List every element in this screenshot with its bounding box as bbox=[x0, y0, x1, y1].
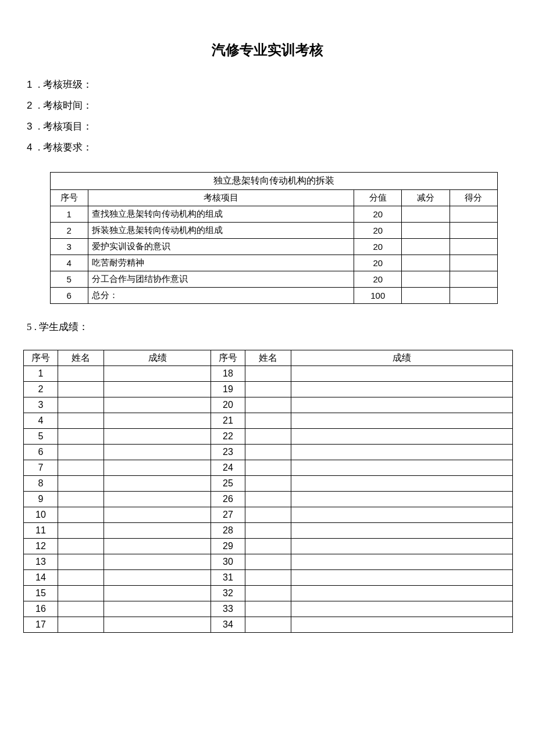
rubric-item: 查找独立悬架转向传动机构的组成 bbox=[88, 206, 354, 223]
meta-dot: . bbox=[35, 137, 43, 158]
grades-name bbox=[245, 492, 291, 507]
meta-label: 考核项目： bbox=[43, 121, 92, 132]
grades-grade bbox=[104, 429, 211, 445]
grades-seq: 27 bbox=[211, 507, 245, 523]
grades-name bbox=[58, 413, 104, 429]
grades-grade bbox=[104, 554, 211, 570]
grades-name bbox=[58, 539, 104, 554]
grades-grade bbox=[104, 476, 211, 492]
grades-name bbox=[245, 397, 291, 413]
grades-name bbox=[58, 397, 104, 413]
grades-name bbox=[58, 570, 104, 586]
grades-seq: 33 bbox=[211, 601, 245, 617]
table-row: 1128 bbox=[24, 523, 513, 539]
grades-grade bbox=[291, 570, 513, 586]
meta-list: 1.考核班级： 2.考核时间： 3.考核项目： 4.考核要求： bbox=[27, 74, 512, 158]
grades-seq: 30 bbox=[211, 554, 245, 570]
grades-grade bbox=[104, 617, 211, 633]
grades-seq: 31 bbox=[211, 570, 245, 586]
grades-seq: 12 bbox=[24, 539, 58, 554]
grades-grade bbox=[291, 617, 513, 633]
grades-seq: 18 bbox=[211, 366, 245, 382]
grades-name bbox=[245, 554, 291, 570]
grades-seq: 28 bbox=[211, 523, 245, 539]
grades-grade bbox=[104, 382, 211, 397]
table-row: 6 总分： 100 bbox=[51, 288, 498, 304]
grades-name bbox=[58, 429, 104, 445]
table-row: 623 bbox=[24, 445, 513, 460]
table-row: 2 拆装独立悬架转向传动机构的组成 20 bbox=[51, 223, 498, 239]
meta-item: 3.考核项目： bbox=[27, 116, 512, 137]
meta-item: 2.考核时间： bbox=[27, 95, 512, 116]
rubric-score: 20 bbox=[354, 271, 402, 288]
grades-grade bbox=[291, 397, 513, 413]
grades-name bbox=[245, 570, 291, 586]
rubric-seq: 2 bbox=[51, 223, 88, 239]
table-row: 825 bbox=[24, 476, 513, 492]
rubric-final bbox=[450, 271, 497, 288]
grades-grade bbox=[104, 397, 211, 413]
grades-seq: 19 bbox=[211, 382, 245, 397]
grades-header-name: 姓名 bbox=[245, 350, 291, 366]
meta-num: 3 bbox=[27, 116, 35, 137]
grades-name bbox=[245, 601, 291, 617]
grades-name bbox=[245, 460, 291, 476]
rubric-deduct bbox=[402, 271, 450, 288]
grades-seq: 24 bbox=[211, 460, 245, 476]
meta-num: 1 bbox=[27, 74, 35, 95]
grades-grade bbox=[104, 460, 211, 476]
grades-seq: 26 bbox=[211, 492, 245, 507]
table-row: 724 bbox=[24, 460, 513, 476]
grades-header-seq: 序号 bbox=[211, 350, 245, 366]
meta-label: 学生成绩： bbox=[39, 321, 88, 332]
table-row: 4 吃苦耐劳精神 20 bbox=[51, 255, 498, 271]
rubric-header-final: 得分 bbox=[450, 190, 497, 206]
table-row: 118 bbox=[24, 366, 513, 382]
rubric-item: 总分： bbox=[88, 288, 354, 304]
meta-num: 2 bbox=[27, 95, 35, 116]
meta-dot: . bbox=[35, 95, 43, 116]
grades-grade bbox=[291, 507, 513, 523]
grades-seq: 32 bbox=[211, 586, 245, 601]
table-row: 1027 bbox=[24, 507, 513, 523]
grades-name bbox=[58, 523, 104, 539]
table-row: 926 bbox=[24, 492, 513, 507]
grades-seq: 25 bbox=[211, 476, 245, 492]
grades-seq: 17 bbox=[24, 617, 58, 633]
rubric-item: 吃苦耐劳精神 bbox=[88, 255, 354, 271]
grades-seq: 13 bbox=[24, 554, 58, 570]
grades-grade bbox=[291, 429, 513, 445]
grades-seq: 11 bbox=[24, 523, 58, 539]
meta-item: 1.考核班级： bbox=[27, 74, 512, 95]
grades-header-name: 姓名 bbox=[58, 350, 104, 366]
section-grades-heading: 5 . 学生成绩： bbox=[27, 320, 512, 334]
table-row: 5 分工合作与团结协作意识 20 bbox=[51, 271, 498, 288]
table-row: 1431 bbox=[24, 570, 513, 586]
table-row: 独立悬架转向传动机构的拆装 bbox=[51, 173, 498, 190]
grades-grade bbox=[291, 523, 513, 539]
table-row: 1 查找独立悬架转向传动机构的组成 20 bbox=[51, 206, 498, 223]
grades-grade bbox=[104, 539, 211, 554]
rubric-header-score: 分值 bbox=[354, 190, 402, 206]
rubric-table: 独立悬架转向传动机构的拆装 序号 考核项目 分值 减分 得分 1 查找独立悬架转… bbox=[50, 172, 498, 304]
rubric-final bbox=[450, 223, 497, 239]
grades-grade bbox=[291, 476, 513, 492]
rubric-score: 20 bbox=[354, 255, 402, 271]
meta-item: 4.考核要求： bbox=[27, 137, 512, 158]
grades-grade bbox=[104, 601, 211, 617]
rubric-score: 20 bbox=[354, 223, 402, 239]
grades-grade bbox=[104, 445, 211, 460]
grades-grade bbox=[104, 413, 211, 429]
grades-grade bbox=[104, 507, 211, 523]
rubric-final bbox=[450, 288, 497, 304]
grades-seq: 1 bbox=[24, 366, 58, 382]
grades-seq: 20 bbox=[211, 397, 245, 413]
grades-name bbox=[245, 413, 291, 429]
grades-seq: 5 bbox=[24, 429, 58, 445]
grades-name bbox=[58, 601, 104, 617]
grades-name bbox=[245, 586, 291, 601]
rubric-deduct bbox=[402, 239, 450, 255]
document-page: 汽修专业实训考核 1.考核班级： 2.考核时间： 3.考核项目： 4.考核要求：… bbox=[0, 0, 535, 633]
rubric-score: 20 bbox=[354, 239, 402, 255]
rubric-item: 爱护实训设备的意识 bbox=[88, 239, 354, 255]
